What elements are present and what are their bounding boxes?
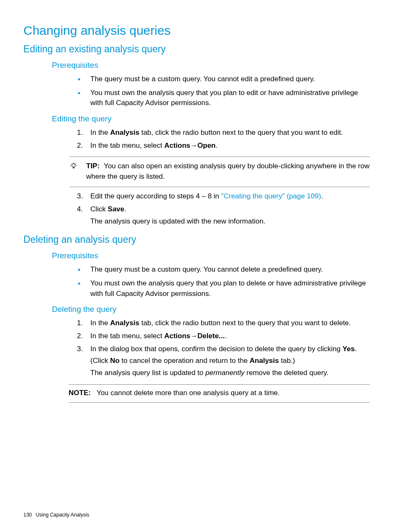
cross-reference-link[interactable]: "Creating the query" (page 109)	[221, 192, 321, 200]
step-text: .	[321, 192, 323, 200]
step-text: In the dialog box that opens, confirm th…	[90, 345, 343, 353]
bold-text: Delete...	[197, 332, 225, 340]
page-footer: 130 Using Capacity Analysis	[23, 512, 89, 518]
subsection-prerequisites-1: Prerequisites	[52, 61, 370, 70]
document-page: Changing analysis queries Editing an exi…	[0, 0, 399, 532]
step-text: Edit the query according to steps 4 – 8 …	[90, 192, 221, 200]
step-text: .	[225, 332, 227, 340]
step-text: In the tab menu, select	[90, 141, 164, 149]
step-result: The analysis query list is updated to pe…	[90, 368, 370, 378]
step-text: The analysis query list is updated to	[90, 369, 205, 377]
step-item: In the tab menu, select Actions→Open.	[77, 141, 370, 151]
subsection-editing-query: Editing the query	[52, 114, 370, 123]
step-text: In the	[90, 319, 110, 327]
list-item: You must own the analysis query that you…	[78, 278, 370, 299]
page-title: Changing analysis queries	[23, 23, 370, 38]
tip-text: You can also open an existing analysis q…	[86, 162, 369, 180]
list-item: You must own the analysis query that you…	[78, 88, 370, 108]
list-item: The query must be a custom query. You ca…	[78, 265, 370, 275]
italic-text: permanently	[205, 369, 245, 377]
step-text: .	[355, 345, 357, 353]
step-text: (Click	[90, 357, 110, 365]
step-text: tab, click the radio button next to the …	[139, 319, 351, 327]
step-text: tab, click the radio button next to the …	[139, 129, 343, 136]
note-callout: NOTE:You cannot delete more than one ana…	[69, 384, 370, 403]
arrow-icon: →	[190, 141, 197, 149]
tip-label: TIP:	[86, 162, 100, 170]
bold-text: Analysis	[110, 319, 139, 327]
steps-list-deleting: In the Analysis tab, click the radio but…	[23, 318, 370, 378]
step-text: Click	[90, 205, 108, 213]
page-number: 130	[23, 512, 32, 518]
chapter-name: Using Capacity Analysis	[36, 512, 89, 518]
svg-point-0	[72, 164, 75, 167]
prerequisites-list-1: The query must be a custom query. You ca…	[23, 74, 370, 108]
bold-text: Analysis	[250, 357, 279, 365]
subsection-deleting-query: Deleting the query	[52, 305, 370, 314]
step-note: (Click No to cancel the operation and re…	[90, 356, 370, 366]
tip-callout: TIP:You can also open an existing analys…	[69, 157, 370, 187]
step-text: In the	[90, 129, 110, 136]
bold-text: Actions	[164, 141, 190, 149]
bold-text: Yes	[343, 345, 355, 353]
section-heading-deleting: Deleting an analysis query	[23, 234, 370, 245]
step-item: Edit the query according to steps 4 – 8 …	[77, 191, 370, 202]
tip-body: TIP:You can also open an existing analys…	[86, 161, 370, 182]
section-heading-editing: Editing an existing analysis query	[23, 44, 370, 55]
arrow-icon: →	[190, 332, 197, 340]
step-item: In the tab menu, select Actions→Delete..…	[77, 331, 370, 342]
step-item: Click Save. The analysis query is update…	[77, 204, 370, 226]
steps-list-editing: In the Analysis tab, click the radio but…	[23, 128, 370, 151]
step-item: In the Analysis tab, click the radio but…	[77, 128, 370, 138]
step-item: In the Analysis tab, click the radio but…	[77, 318, 370, 329]
steps-list-editing-cont: Edit the query according to steps 4 – 8 …	[23, 191, 370, 226]
note-label: NOTE:	[69, 389, 91, 397]
bold-text: Open	[197, 141, 215, 149]
bold-text: Actions	[164, 332, 190, 340]
bold-text: No	[110, 357, 120, 365]
step-text: to cancel the operation and return to th…	[120, 357, 250, 365]
step-item: In the dialog box that opens, confirm th…	[77, 344, 370, 378]
prerequisites-list-2: The query must be a custom query. You ca…	[23, 265, 370, 299]
step-text: remove the deleted query.	[245, 369, 329, 377]
step-text: .	[124, 205, 126, 213]
step-result: The analysis query is updated with the n…	[90, 216, 370, 227]
subsection-prerequisites-2: Prerequisites	[52, 251, 370, 260]
list-item: The query must be a custom query. You ca…	[78, 74, 370, 85]
step-text: tab.)	[279, 357, 295, 365]
note-text: You cannot delete more than one analysis…	[97, 389, 280, 397]
bold-text: Analysis	[110, 129, 139, 136]
step-text: In the tab menu, select	[90, 332, 164, 340]
bold-text: Save	[108, 205, 125, 213]
step-text: .	[216, 141, 218, 149]
lightbulb-icon	[69, 161, 79, 182]
